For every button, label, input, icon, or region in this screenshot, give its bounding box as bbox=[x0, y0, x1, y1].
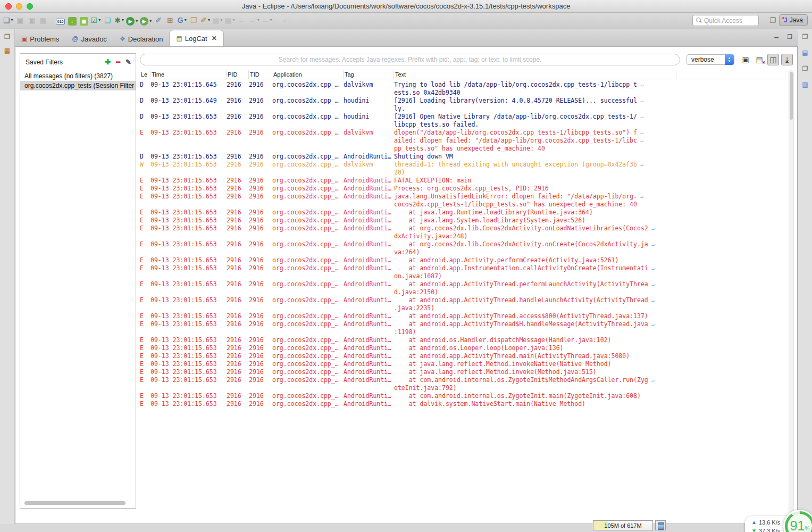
tab-logcat[interactable]: ▤LogCat✕ bbox=[169, 30, 223, 46]
log-row[interactable]: E09-13 23:01:15.65329162916org.cocos2dx.… bbox=[140, 225, 785, 240]
column-header-tid[interactable]: TID bbox=[249, 70, 272, 79]
outline-view-icon[interactable]: ▤ bbox=[802, 49, 808, 56]
log-cell-app: org.cocos2dx.cpp_… bbox=[272, 240, 344, 256]
skip-breakpoints-button[interactable]: ✐ bbox=[153, 14, 164, 27]
log-row[interactable]: D09-13 23:01:15.65329162916org.cocos2dx.… bbox=[140, 113, 785, 129]
logcat-view: Saved Filters ✚ ━ ✎ All messages (no fil… bbox=[15, 47, 798, 524]
clear-log-button[interactable]: ▤ bbox=[754, 54, 765, 65]
log-row[interactable]: E09-13 23:01:15.65329162916org.cocos2dx.… bbox=[140, 209, 785, 217]
log-cell-time: 09-13 23:01:15.653 bbox=[150, 400, 227, 408]
log-row[interactable]: E09-13 23:01:15.65329162916org.cocos2dx.… bbox=[140, 296, 785, 312]
log-row[interactable]: D09-13 23:01:15.64929162916org.cocos2dx.… bbox=[140, 97, 785, 113]
log-cell-text: at com.android.internal.os.ZygoteInit$Me… bbox=[394, 376, 785, 392]
log-cell-le: D bbox=[140, 113, 150, 129]
log-row[interactable]: E09-13 23:01:15.65329162916org.cocos2dx.… bbox=[140, 193, 785, 209]
minimize-window-button[interactable] bbox=[16, 3, 22, 10]
log-cell-pid: 2916 bbox=[227, 296, 249, 312]
maximize-view-button[interactable]: ❐ bbox=[787, 34, 792, 40]
column-header-pid[interactable]: PID bbox=[227, 70, 249, 79]
autoscroll-button[interactable]: ⤓ bbox=[781, 54, 793, 65]
log-cell-app: org.cocos2dx.cpp_… bbox=[272, 129, 344, 153]
junit-test-button[interactable]: ☑▾ bbox=[90, 14, 102, 27]
open-resource-button[interactable]: ❐ bbox=[188, 14, 199, 27]
log-vertical-scrollbar[interactable] bbox=[789, 70, 794, 519]
log-row[interactable]: E09-13 23:01:15.65329162916org.cocos2dx.… bbox=[140, 376, 785, 392]
log-row[interactable]: E09-13 23:01:15.65329162916org.cocos2dx.… bbox=[140, 280, 785, 296]
binary-file-button[interactable]: 010 bbox=[55, 15, 66, 28]
new-wizard-button[interactable]: ❏▾ bbox=[2, 14, 14, 27]
open-perspective-button[interactable]: ❐ bbox=[769, 16, 776, 24]
restore-minimized-view-icon[interactable]: ❐ bbox=[802, 34, 808, 40]
tab-declaration[interactable]: ❖Declaration bbox=[113, 31, 170, 46]
log-row[interactable]: E09-13 23:01:15.65329162916org.cocos2dx.… bbox=[140, 129, 785, 153]
run-button[interactable]: ▶▾ bbox=[125, 15, 139, 28]
column-header-le[interactable]: Le bbox=[140, 70, 150, 79]
chevron-down-icon: ▾ bbox=[149, 19, 152, 23]
run-garbage-collector-button[interactable] bbox=[655, 520, 666, 530]
log-cell-pid: 2916 bbox=[227, 193, 249, 209]
scrollbar-thumb[interactable] bbox=[790, 72, 793, 120]
column-header-tag[interactable]: Tag bbox=[344, 70, 394, 79]
android-avd-manager-button[interactable]: ▦ bbox=[78, 15, 90, 28]
column-header-time[interactable]: Time bbox=[150, 70, 227, 79]
log-row[interactable]: E09-13 23:01:15.65329162916org.cocos2dx.… bbox=[140, 344, 785, 352]
search-button[interactable]: ✐▾ bbox=[199, 14, 211, 27]
log-row[interactable]: D09-13 23:01:15.64529162916org.cocos2dx.… bbox=[140, 81, 785, 97]
log-row[interactable]: E09-13 23:01:15.65329162916org.cocos2dx.… bbox=[140, 368, 785, 376]
filter-item[interactable]: org.cocos2dx.cpp_tests (Session Filter bbox=[20, 81, 136, 90]
log-row[interactable]: D09-13 23:01:15.65329162916org.cocos2dx.… bbox=[140, 153, 785, 161]
filter-item[interactable]: All messages (no filters) (3827) bbox=[20, 71, 136, 81]
log-cell-pid: 2916 bbox=[227, 280, 249, 296]
logcat-search-input[interactable] bbox=[140, 54, 680, 65]
edit-filter-button[interactable]: ✎ bbox=[125, 58, 131, 66]
log-row[interactable]: E09-13 23:01:15.65329162916org.cocos2dx.… bbox=[140, 217, 785, 225]
android-sdk-manager-button[interactable]: ↓ bbox=[66, 15, 78, 28]
save-log-button[interactable]: ▣ bbox=[740, 54, 751, 65]
java-perspective-button[interactable]: J Java bbox=[779, 14, 808, 26]
log-row[interactable]: E09-13 23:01:15.65329162916org.cocos2dx.… bbox=[140, 352, 785, 360]
log-row[interactable]: E09-13 23:01:15.65329162916org.cocos2dx.… bbox=[140, 256, 785, 264]
layout-view-icon[interactable]: ▥ bbox=[802, 81, 808, 88]
main-toolbar: ❏▾▣▣▤010↓▦☑▾❏✱▾▶▾▶▾✐⊞G▾❐✐▾▤▾▤▾←←▾→▾▫ ❐ J… bbox=[0, 13, 812, 29]
log-row[interactable]: W09-13 23:01:15.65329162916org.cocos2dx.… bbox=[140, 161, 785, 177]
log-cell-tag: AndroidRunti… bbox=[344, 256, 394, 264]
tab-problems[interactable]: ▣Problems bbox=[15, 31, 65, 46]
zoom-window-button[interactable] bbox=[27, 3, 33, 10]
debug-button[interactable]: ✱▾ bbox=[113, 14, 125, 27]
run-external-tools-button[interactable]: ▶▾ bbox=[139, 15, 153, 28]
right-minimized-view-bar: ❐▤❐▥ bbox=[798, 29, 812, 532]
left-minimized-view-bar: ❐▦ bbox=[0, 29, 15, 532]
log-cell-app: org.cocos2dx.cpp_… bbox=[272, 256, 344, 264]
log-row[interactable]: E09-13 23:01:15.65329162916org.cocos2dx.… bbox=[140, 177, 785, 185]
minimize-view-button[interactable]: ─ bbox=[774, 34, 778, 40]
column-header-application[interactable]: Application bbox=[272, 70, 344, 79]
log-row[interactable]: E09-13 23:01:15.65329162916org.cocos2dx.… bbox=[140, 336, 785, 344]
filters-horizontal-scrollbar[interactable] bbox=[24, 501, 125, 505]
log-row[interactable]: E09-13 23:01:15.65329162916org.cocos2dx.… bbox=[140, 360, 785, 368]
new-java-class-button[interactable]: G▾ bbox=[176, 14, 188, 27]
log-row[interactable]: E09-13 23:01:15.65329162916org.cocos2dx.… bbox=[140, 240, 785, 256]
restore-minimized-view-icon[interactable]: ❐ bbox=[4, 34, 10, 40]
log-row[interactable]: E09-13 23:01:15.65329162916org.cocos2dx.… bbox=[140, 264, 785, 280]
log-cell-le: E bbox=[140, 240, 150, 256]
column-header-text[interactable]: Text bbox=[394, 70, 676, 79]
log-level-select[interactable]: verbose ▲▼ bbox=[687, 54, 734, 65]
quick-access-input[interactable] bbox=[704, 17, 752, 24]
log-row[interactable]: E09-13 23:01:15.65329162916org.cocos2dx.… bbox=[140, 320, 785, 336]
add-filter-button[interactable]: ✚ bbox=[105, 58, 111, 66]
restore-minimized-view-2-icon[interactable]: ❐ bbox=[802, 65, 808, 72]
close-window-button[interactable] bbox=[5, 3, 12, 10]
display-saved-filters-view-button[interactable]: ◫ bbox=[767, 54, 779, 65]
log-row[interactable]: E09-13 23:01:15.65329162916org.cocos2dx.… bbox=[140, 392, 785, 400]
new-android-project-button[interactable]: ❏ bbox=[102, 14, 113, 27]
remove-filter-button[interactable]: ━ bbox=[116, 58, 120, 66]
new-java-package-button[interactable]: ⊞ bbox=[164, 14, 176, 27]
log-row[interactable]: E09-13 23:01:15.65329162916org.cocos2dx.… bbox=[140, 400, 785, 408]
quick-access[interactable] bbox=[692, 15, 759, 26]
close-icon[interactable]: ✕ bbox=[212, 35, 217, 42]
log-cell-time: 09-13 23:01:15.653 bbox=[150, 360, 227, 368]
log-row[interactable]: E09-13 23:01:15.65329162916org.cocos2dx.… bbox=[140, 312, 785, 320]
tab-javadoc[interactable]: @Javadoc bbox=[65, 31, 113, 46]
log-row[interactable]: E09-13 23:01:15.65329162916org.cocos2dx.… bbox=[140, 185, 785, 193]
devices-view-icon[interactable]: ▦ bbox=[4, 47, 10, 54]
